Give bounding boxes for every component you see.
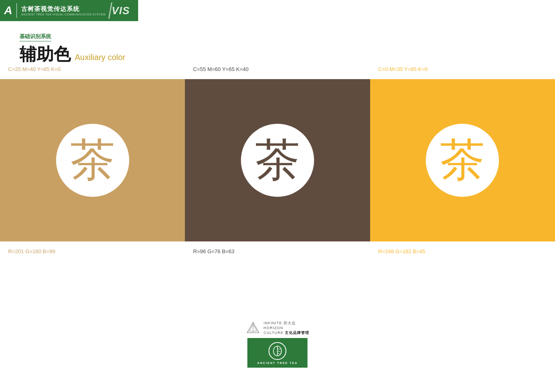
horizon-logo-icon: [246, 321, 260, 336]
header-title-block: 古树茶视觉传达系统 ANCIENT TREE TEA VISUAL COMMUN…: [21, 5, 106, 16]
swatch-3-rgb: R=248 G=182 B=45: [378, 248, 425, 254]
header-vis-label: VIS: [112, 4, 130, 17]
swatch-2-circle: 茶: [241, 124, 314, 197]
brand-en-line2: HORIZON: [264, 326, 309, 331]
bottom-branding: INFINITE 田大边 HORIZON CULTURE 文化品牌管理 ANCI…: [246, 321, 309, 368]
header-divider: [16, 3, 17, 18]
swatch-2-char: 茶: [255, 138, 300, 183]
brand-circle-logo: [269, 342, 286, 360]
brand-circle-icon: [272, 345, 283, 357]
swatch-1-rgb: R=201 G=160 B=99: [8, 248, 55, 254]
swatch-2: C=55 M=60 Y=65 K=40 茶 R=96 G=76 B=63: [185, 79, 370, 241]
swatch-3-circle: 茶: [426, 124, 499, 197]
swatches-container: C=25 M=40 Y=65 K=0 茶 R=201 G=160 B=99 C=…: [0, 79, 555, 241]
swatch-1-circle: 茶: [56, 124, 129, 197]
horizon-text: INFINITE 田大边 HORIZON CULTURE 文化品牌管理: [264, 321, 309, 335]
svg-line-6: [278, 351, 281, 352]
section-main-title: 辅助色 Auxiliary color: [20, 43, 125, 66]
swatch-3: C=0 M=35 Y=85 K=0 茶 R=248 G=182 B=45: [370, 79, 555, 241]
horizon-brand: INFINITE 田大边 HORIZON CULTURE 文化品牌管理: [246, 321, 309, 336]
swatch-1-char: 茶: [70, 138, 115, 183]
swatch-1-color: 茶: [0, 79, 185, 241]
swatch-3-color: 茶: [370, 79, 555, 241]
header-bar: A 古树茶视觉传达系统 ANCIENT TREE TEA VISUAL COMM…: [0, 0, 138, 21]
header-logo-letter: A: [4, 5, 12, 16]
swatch-2-rgb: R=96 G=76 B=63: [193, 248, 234, 254]
swatch-2-cmyk: C=55 M=60 Y=65 K=40: [193, 66, 248, 72]
section-title-en: Auxiliary color: [75, 53, 125, 62]
brand-bottom-label: ANCIENT TREE TEA: [257, 362, 298, 364]
swatch-3-cmyk: C=0 M=35 Y=85 K=0: [378, 66, 428, 72]
swatch-1-cmyk: C=25 M=40 Y=65 K=0: [8, 66, 61, 72]
swatch-3-char: 茶: [440, 138, 485, 183]
svg-line-7: [278, 353, 281, 354]
section-subtitle: 基础识别系统: [20, 33, 51, 41]
brand-en-line3: CULTURE 文化品牌管理: [264, 331, 309, 336]
svg-line-5: [278, 349, 281, 349]
header-title-cn: 古树茶视觉传达系统: [21, 5, 106, 13]
ancient-tree-tea-box: ANCIENT TREE TEA: [247, 338, 308, 368]
header-vis-block: VIS: [110, 2, 130, 19]
header-title-en: ANCIENT TREE TEA VISUAL COMMUNICATION SY…: [21, 13, 106, 16]
brand-en-line1: INFINITE 田大边: [264, 321, 309, 326]
section-title-area: 基础识别系统 辅助色 Auxiliary color: [20, 32, 125, 66]
section-title-cn: 辅助色: [20, 43, 71, 66]
swatch-2-color: 茶: [185, 79, 370, 241]
swatch-1: C=25 M=40 Y=65 K=0 茶 R=201 G=160 B=99: [0, 79, 185, 241]
